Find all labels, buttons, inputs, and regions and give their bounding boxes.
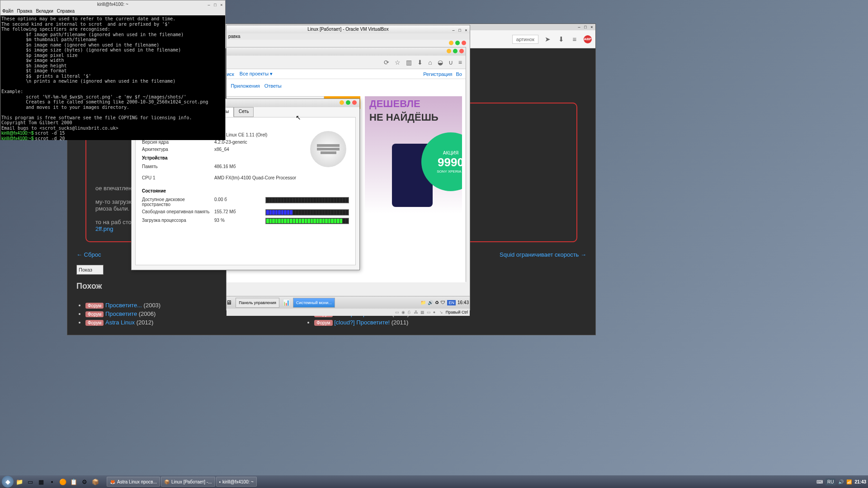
shared-icon: ▦ [420, 310, 425, 315]
display-icon: ▭ [427, 310, 432, 315]
show-button[interactable]: Показ [76, 265, 104, 275]
terminal-menu[interactable]: Файл Правка Вкладки Справка [0, 8, 225, 15]
reload-icon[interactable]: ⟳ [384, 59, 389, 66]
sound-icon[interactable]: 🔊 [838, 479, 844, 484]
refresh-icon[interactable]: ♻ [435, 300, 439, 305]
lang-indicator[interactable]: RU [826, 479, 835, 485]
mouse-icon: ↘ [439, 310, 444, 315]
host-taskbar: ◆ 📁 ▭ ▦ ▪ 🟠 📋 ⚙ 📦 🦊Astra Linux просв... … [0, 475, 868, 488]
taskbar-item[interactable]: 📦Linux [Работает] -... [161, 477, 215, 487]
list-item: Форум Просветите... (2003) [85, 302, 160, 309]
image-link[interactable]: 2ff.png [95, 225, 113, 232]
taskbar-item[interactable]: Панель управления [236, 298, 279, 308]
clock[interactable]: 21:43 [854, 479, 866, 484]
library-icon[interactable]: ▥ [406, 59, 412, 66]
list-item: Форум [cloud?] Просветите! (2011) [314, 319, 411, 326]
menu-icon[interactable]: ≡ [458, 59, 462, 66]
cd-icon: ◉ [401, 310, 406, 315]
search-tabs: Поиск в интернете Картинки Видео Приложе… [226, 79, 466, 93]
minimize-icon[interactable]: – [576, 25, 582, 30]
vbox-menu[interactable]: равка [226, 33, 470, 40]
close-icon[interactable]: × [589, 25, 594, 30]
pocket-icon[interactable]: ∪ [448, 59, 453, 66]
terminal-window: kirill@fx4100: ~ –□× Файл Правка Вкладки… [0, 0, 226, 140]
nav-link[interactable]: Поиск [226, 71, 234, 77]
panel-icon[interactable]: 🖥 [226, 298, 234, 308]
guest-tray: 📁 🔊 ♻ 🛡 EN 16:43 [420, 300, 469, 305]
disk-bar [265, 197, 349, 203]
go-icon[interactable]: ➤ [543, 35, 552, 44]
usb-icon: ⎙ [408, 310, 413, 315]
addr-fragment: артинок [512, 35, 538, 44]
net-icon: 🖧 [414, 310, 419, 315]
download-icon[interactable]: ⬇ [557, 35, 566, 44]
app-icon[interactable]: ⚙ [80, 477, 90, 487]
filemanager-icon[interactable]: 📁 [14, 477, 24, 487]
host-tray: ⌨ RU 🔊 📶 21:43 [816, 479, 866, 485]
taskbar-item[interactable]: ▪kirill@fx4100: ~ [216, 477, 257, 487]
taskbar-item-active[interactable]: Системный мони... [293, 298, 335, 308]
ff-toolbar: ⟳ ☆ ▥ ⬇ ⌂ ◒ ∪ ≡ [226, 56, 466, 69]
app-icon[interactable]: 📋 [69, 477, 79, 487]
sound-icon[interactable]: 🔊 [428, 300, 433, 305]
vbox-icon[interactable]: 📦 [90, 477, 100, 487]
host-key-label: Правый Ctrl [446, 310, 468, 314]
minimize-icon[interactable]: – [451, 26, 456, 32]
portal-nav: ки Игры Знакомства Новости Поиск Все про… [226, 69, 466, 79]
terminal-title-bar[interactable]: kirill@fx4100: ~ –□× [0, 0, 225, 8]
tab-network[interactable]: Сеть [234, 107, 254, 117]
lang-indicator[interactable]: EN [447, 300, 456, 305]
nav-link[interactable]: Все проекты ▾ [240, 71, 273, 77]
cursor-icon: ↖ [296, 114, 301, 121]
ad-banner[interactable]: ДЕШЕВЛЕ НЕ НАЙДЁШЬ АКЦИЯ 9990 SONY XPERI… [365, 96, 462, 214]
maximize-icon[interactable]: □ [457, 26, 462, 32]
shield-icon[interactable]: 🛡 [441, 300, 445, 305]
abp-icon[interactable]: ABP [584, 35, 592, 43]
desktop-icon[interactable]: ▭ [25, 477, 35, 487]
close-icon[interactable]: × [463, 26, 469, 32]
star-icon[interactable]: ☆ [395, 59, 401, 66]
maximize-icon[interactable]: □ [212, 1, 218, 7]
guest-taskbar: ★ ▭ ▦ 🦊 Mail.Ru: почта, п... 🖥 Панель уп… [226, 296, 470, 309]
list-item: Форум Astra Linux (2012) [85, 319, 160, 326]
minimize-icon[interactable]: – [206, 1, 212, 7]
keyboard-icon[interactable]: ⌨ [816, 479, 823, 484]
chat-icon[interactable]: ◒ [438, 59, 443, 66]
close-icon[interactable]: × [219, 1, 224, 7]
guest-window-controls[interactable] [449, 41, 466, 45]
taskbar-item[interactable]: 🦊Astra Linux просв... [107, 477, 160, 487]
app-icon[interactable]: 🟠 [58, 477, 68, 487]
ff-title-bar[interactable]: ти, игры - Mozilla Firefox [226, 47, 466, 56]
terminal-icon[interactable]: ▪ [47, 477, 57, 487]
vbox-title-bar[interactable]: Linux [Работает] - Oracle VM VirtualBox … [226, 25, 470, 33]
cpu-bar [265, 218, 349, 224]
monitor-icon[interactable]: 📊 [281, 298, 291, 308]
keyboard-icon [310, 131, 346, 167]
rec-icon: ● [433, 310, 438, 315]
maximize-icon[interactable]: □ [583, 25, 588, 30]
home-icon[interactable]: ⌂ [428, 59, 432, 66]
download-icon[interactable]: ⬇ [417, 59, 423, 66]
list-item: Форум Просветите (2006) [85, 310, 160, 317]
terminal-output[interactable]: These options may be used to refer to th… [0, 15, 225, 140]
windows-icon[interactable]: ▦ [36, 477, 46, 487]
menu-icon[interactable]: ≡ [570, 35, 579, 44]
memory-bar [265, 209, 349, 216]
hd-icon: ▭ [395, 310, 400, 315]
network-icon[interactable]: 📶 [846, 479, 852, 484]
clock[interactable]: 16:43 [458, 300, 469, 305]
tray-icon[interactable]: 📁 [420, 300, 426, 305]
next-link[interactable]: Squid ограничивает скорость → [500, 251, 586, 258]
vbox-status-bar: ▭ ◉ ⎙ 🖧 ▦ ▭ ● ↘ Правый Ctrl [226, 309, 470, 316]
prev-link[interactable]: ← Сброс [76, 251, 101, 258]
start-button[interactable]: ◆ [2, 476, 14, 488]
